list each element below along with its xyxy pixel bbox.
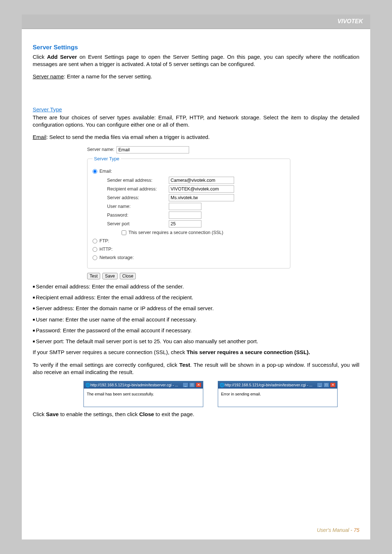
page-number: 75 xyxy=(354,527,359,533)
server-name-input[interactable] xyxy=(117,146,189,153)
ie-icon: 🌐 xyxy=(220,382,225,388)
bullet-item: Server port: The default mail server por… xyxy=(33,338,359,345)
server-type-fieldset: Server Type Email: Sender email address:… xyxy=(87,156,290,268)
ssl-row: This server requires a secure connection… xyxy=(122,230,285,236)
radio-email-label: Email: xyxy=(99,168,112,175)
document-page: VIVOTEK Server Settings Click Add Server… xyxy=(22,15,370,539)
server-name-underline: Server name xyxy=(33,73,64,79)
test-paragraph: To verify if the email settings are corr… xyxy=(33,361,359,376)
ssl-paragraph: If your SMTP server requires a secure co… xyxy=(33,349,359,356)
server-name-label: Server name: xyxy=(87,147,114,153)
bullet-item: Recipient email address: Enter the email… xyxy=(33,294,359,301)
close-button[interactable]: Close xyxy=(120,273,136,279)
bullet-list: Sender email address: Enter the email ad… xyxy=(33,283,359,345)
email-fields: Sender email address: Recipient email ad… xyxy=(107,177,285,236)
server-name-para: Server name: Enter a name for the server… xyxy=(33,73,359,80)
close-bold: Close xyxy=(139,411,154,417)
text: If your SMTP server requires a secure co… xyxy=(33,349,187,355)
bullet-item: Server address: Enter the domain name or… xyxy=(33,305,359,312)
radio-http-row: HTTP: xyxy=(93,246,285,253)
radio-network[interactable] xyxy=(93,255,97,260)
add-server-bold: Add Server xyxy=(47,54,77,60)
radio-http-label: HTTP: xyxy=(99,246,113,253)
email-para: Email: Select to send the media files vi… xyxy=(33,134,359,141)
header-band: VIVOTEK xyxy=(22,15,370,29)
ssl-checkbox[interactable] xyxy=(122,230,126,235)
text: : Select to send the media files via ema… xyxy=(46,134,210,140)
maximize-icon[interactable]: □ xyxy=(323,382,329,387)
username-input[interactable] xyxy=(169,203,201,210)
popup-title: http://192.168.5.121/cgi-bin/admin/tests… xyxy=(90,382,183,387)
radio-ftp[interactable] xyxy=(93,239,97,243)
brand-logo: VIVOTEK xyxy=(338,18,363,25)
password-input[interactable] xyxy=(169,212,201,219)
popup-body: Error in sending email. xyxy=(218,389,337,407)
footer-label: User's Manual - xyxy=(317,527,354,533)
popup-row: 🌐 http://192.168.5.121/cgi-bin/admin/tes… xyxy=(83,381,359,407)
ssl-label: This server requires a secure connection… xyxy=(128,230,223,236)
radio-email[interactable] xyxy=(93,169,97,174)
text: : Enter a name for the server setting. xyxy=(64,73,152,79)
page-footer: User's Manual - 75 xyxy=(317,527,359,533)
save-bold: Save xyxy=(46,411,59,417)
maximize-icon[interactable]: □ xyxy=(189,382,195,387)
form-buttons: Test Save Close xyxy=(87,272,359,279)
server-addr-label: Server address: xyxy=(107,195,169,201)
test-bold: Test xyxy=(179,362,190,368)
email-underline: Email xyxy=(33,134,46,140)
ie-icon: 🌐 xyxy=(85,382,90,388)
section-title: Server Settings xyxy=(33,44,359,52)
close-icon[interactable]: ✕ xyxy=(330,382,336,387)
bullet-item: User name: Enter the user name of the em… xyxy=(33,316,359,323)
password-label: Password: xyxy=(107,212,169,218)
username-label: User name: xyxy=(107,204,169,210)
save-paragraph: Click Save to enable the settings, then … xyxy=(33,411,359,418)
server-name-row: Server name: xyxy=(87,146,290,153)
radio-email-row: Email: xyxy=(93,168,285,175)
radio-ftp-row: FTP: xyxy=(93,238,285,244)
bullet-item: Sender email address: Enter the email ad… xyxy=(33,283,359,290)
intro-paragraph: Click Add Server on Event Settings page … xyxy=(33,53,359,68)
recipient-input[interactable] xyxy=(169,185,234,193)
radio-network-row: Network storage: xyxy=(93,255,285,261)
popup-titlebar: 🌐 http://192.168.5.121/cgi-bin/admin/tes… xyxy=(84,381,203,389)
text: To verify if the email settings are corr… xyxy=(33,362,179,368)
ssl-bold: This server requires a secure connection… xyxy=(187,349,310,355)
bullet-item: Password: Enter the password of the emai… xyxy=(33,327,359,334)
text: Click xyxy=(33,54,47,60)
text: Click xyxy=(33,411,46,417)
server-settings-form: Server name: Server Type Email: Sender e… xyxy=(87,146,290,268)
sender-input[interactable] xyxy=(169,177,234,184)
test-button[interactable]: Test xyxy=(87,273,100,279)
radio-http[interactable] xyxy=(93,247,97,252)
text: on Event Settings page to open the Serve… xyxy=(33,54,359,67)
save-button[interactable]: Save xyxy=(102,273,117,279)
content-area: Server Settings Click Add Server on Even… xyxy=(22,29,370,434)
server-addr-input[interactable] xyxy=(169,194,234,201)
port-input[interactable] xyxy=(169,220,201,227)
server-type-heading: Server Type xyxy=(33,106,62,113)
port-label: Server port xyxy=(107,221,169,227)
server-type-legend: Server Type xyxy=(93,156,121,162)
radio-network-label: Network storage: xyxy=(99,255,134,261)
text: to exit the page. xyxy=(154,411,194,417)
text: to enable the settings, then click xyxy=(59,411,139,417)
minimize-icon[interactable]: _ xyxy=(183,382,188,387)
popup-error: 🌐 http://192.168.5.121/cgi-bin/admin/tes… xyxy=(218,381,338,407)
popup-body: The email has been sent successfully. xyxy=(84,389,203,407)
popup-titlebar: 🌐 http://192.168.5.121/cgi-bin/admin/tes… xyxy=(218,381,337,389)
radio-ftp-label: FTP: xyxy=(99,238,109,244)
server-type-desc: There are four choices of server types a… xyxy=(33,114,359,129)
popup-title: http://192.168.5.121/cgi-bin/admin/tests… xyxy=(225,382,317,387)
popup-success: 🌐 http://192.168.5.121/cgi-bin/admin/tes… xyxy=(83,381,203,407)
recipient-label: Recipient email address: xyxy=(107,186,169,192)
close-icon[interactable]: ✕ xyxy=(196,382,201,387)
sender-label: Sender email address: xyxy=(107,177,169,184)
minimize-icon[interactable]: _ xyxy=(317,382,323,387)
